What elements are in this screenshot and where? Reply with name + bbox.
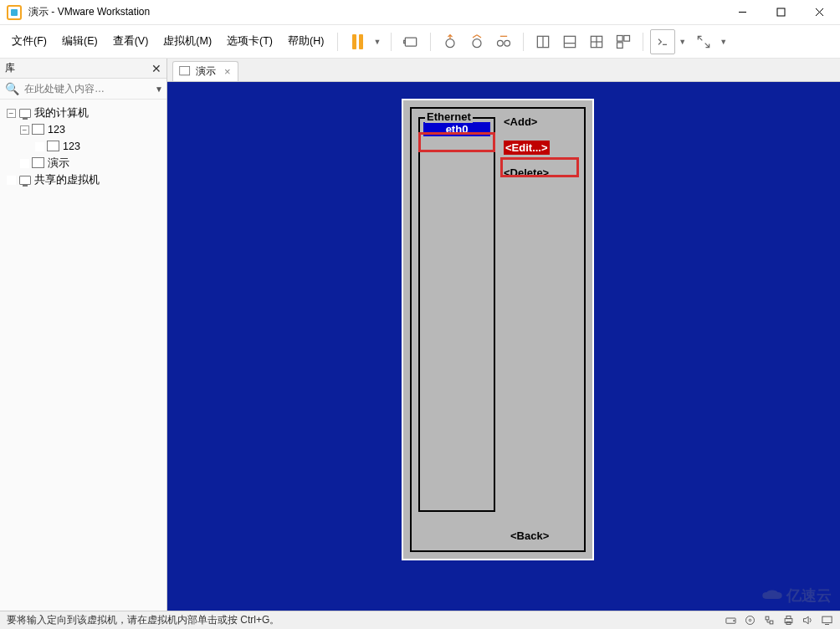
tree-collapse-icon[interactable]: − [20, 125, 29, 135]
svg-rect-33 [822, 616, 832, 623]
highlight-box-eth [418, 132, 495, 152]
drive-icon[interactable] [725, 614, 737, 626]
body: 库 ✕ 🔍 ▼ − 我的计算机 − 123 123 [0, 59, 840, 611]
main-area: 演示 × Ethernet eth0 <Add> <Edit...> [167, 59, 840, 611]
tree-label: 123 [63, 141, 80, 152]
tree-label: 123 [48, 124, 65, 136]
separator [643, 33, 643, 51]
svg-point-8 [498, 40, 504, 46]
cdrom-icon[interactable] [744, 614, 756, 626]
sidebar-title: 库 [5, 61, 15, 75]
maximize-button[interactable] [761, 0, 800, 25]
tab-close-button[interactable]: × [224, 65, 231, 78]
highlight-box-edit [500, 157, 579, 177]
tree-node-shared[interactable]: 共享的虚拟机 [3, 171, 163, 188]
dropdown-caret-icon[interactable]: ▼ [716, 38, 730, 46]
vm-tree: − 我的计算机 − 123 123 演示 共享的 [0, 100, 166, 193]
dropdown-caret-icon[interactable]: ▼ [675, 38, 689, 46]
add-button[interactable]: <Add> [504, 115, 550, 129]
sidebar: 库 ✕ 🔍 ▼ − 我的计算机 − 123 123 [0, 59, 167, 611]
nmtui-actions: <Add> <Edit...> <Delete> [504, 115, 550, 192]
svg-line-21 [699, 36, 703, 40]
nmtui-dialog: Ethernet eth0 <Add> <Edit...> <Delete> <… [402, 99, 594, 560]
list-header: Ethernet [425, 110, 473, 123]
separator [523, 33, 524, 51]
svg-line-22 [705, 43, 709, 47]
printer-icon[interactable] [782, 614, 795, 626]
console-button[interactable] [650, 29, 675, 54]
tab-demo[interactable]: 演示 × [172, 61, 238, 81]
tree-collapse-icon[interactable]: − [7, 109, 16, 118]
svg-rect-28 [770, 621, 773, 624]
view-thumbnail-button[interactable] [611, 29, 636, 54]
tree-spacer [35, 142, 44, 151]
view-unity-button[interactable] [557, 29, 582, 54]
window-controls [723, 0, 838, 25]
close-button[interactable] [800, 0, 838, 25]
network-icon[interactable] [763, 614, 776, 626]
tree-label: 我的计算机 [34, 106, 89, 120]
svg-rect-29 [785, 619, 792, 623]
fullscreen-button[interactable] [691, 29, 716, 54]
snapshot-revert-button[interactable] [464, 29, 489, 54]
sound-icon[interactable] [802, 614, 814, 626]
vm-icon [181, 68, 190, 75]
watermark: 亿速云 [761, 586, 832, 606]
minimize-button[interactable] [723, 0, 761, 25]
edit-button-label: <Edit...> [504, 141, 550, 156]
view-multi-button[interactable] [584, 29, 609, 54]
svg-rect-18 [624, 35, 630, 41]
tree-label: 演示 [48, 156, 69, 171]
vm-icon [33, 159, 44, 168]
tab-strip: 演示 × [167, 59, 840, 82]
tree-node-123-child[interactable]: 123 [3, 138, 163, 155]
svg-rect-27 [766, 616, 769, 620]
tree-label: 共享的虚拟机 [34, 173, 100, 187]
svg-point-25 [746, 616, 755, 625]
computer-icon [19, 176, 31, 185]
svg-rect-12 [565, 36, 576, 47]
dropdown-caret-icon[interactable]: ▼ [155, 84, 163, 94]
view-single-button[interactable] [530, 29, 556, 54]
dropdown-caret-icon[interactable]: ▼ [370, 38, 384, 46]
computer-icon [19, 109, 31, 118]
tree-node-123[interactable]: − 123 [3, 121, 163, 138]
sidebar-close-button[interactable]: ✕ [151, 62, 161, 75]
menu-file[interactable]: 文件(F) [5, 31, 54, 52]
svg-rect-19 [617, 42, 623, 48]
tree-node-my-computer[interactable]: − 我的计算机 [3, 105, 163, 121]
sidebar-search[interactable]: 🔍 ▼ [0, 79, 166, 100]
snapshot-take-button[interactable] [438, 29, 463, 54]
svg-point-26 [749, 619, 751, 621]
vm-icon [33, 125, 44, 135]
menu-help[interactable]: 帮助(H) [281, 31, 330, 52]
svg-point-24 [734, 621, 735, 621]
status-hint: 要将输入定向到该虚拟机，请在虚拟机内部单击或按 Ctrl+G。 [7, 613, 279, 627]
title-bar: 演示 - VMware Workstation [0, 0, 840, 25]
svg-rect-5 [404, 40, 406, 43]
status-bar: 要将输入定向到该虚拟机，请在虚拟机内部单击或按 Ctrl+G。 [0, 611, 840, 629]
search-input[interactable] [24, 83, 150, 95]
svg-rect-30 [786, 616, 791, 619]
search-icon: 🔍 [5, 82, 19, 95]
vm-console[interactable]: Ethernet eth0 <Add> <Edit...> <Delete> <… [167, 82, 840, 611]
svg-point-9 [505, 40, 510, 46]
app-icon [7, 5, 22, 20]
snapshot-manage-button[interactable] [491, 29, 516, 54]
separator [337, 33, 338, 51]
menu-edit[interactable]: 编辑(E) [55, 31, 105, 52]
menu-view[interactable]: 查看(V) [106, 31, 156, 52]
menu-vm[interactable]: 虚拟机(M) [156, 31, 218, 52]
edit-button[interactable]: <Edit...> [504, 141, 550, 156]
menu-tabs[interactable]: 选项卡(T) [220, 31, 279, 52]
svg-rect-1 [777, 8, 785, 16]
vm-icon [49, 142, 59, 151]
snapshot-button[interactable] [398, 29, 423, 54]
display-icon[interactable] [821, 614, 833, 626]
back-button[interactable]: <Back> [510, 529, 549, 542]
separator [430, 33, 431, 51]
connection-list[interactable]: Ethernet eth0 [418, 117, 495, 512]
pause-button[interactable] [345, 29, 370, 54]
tree-node-demo[interactable]: 演示 [3, 155, 163, 171]
window-title: 演示 - VMware Workstation [28, 5, 150, 19]
